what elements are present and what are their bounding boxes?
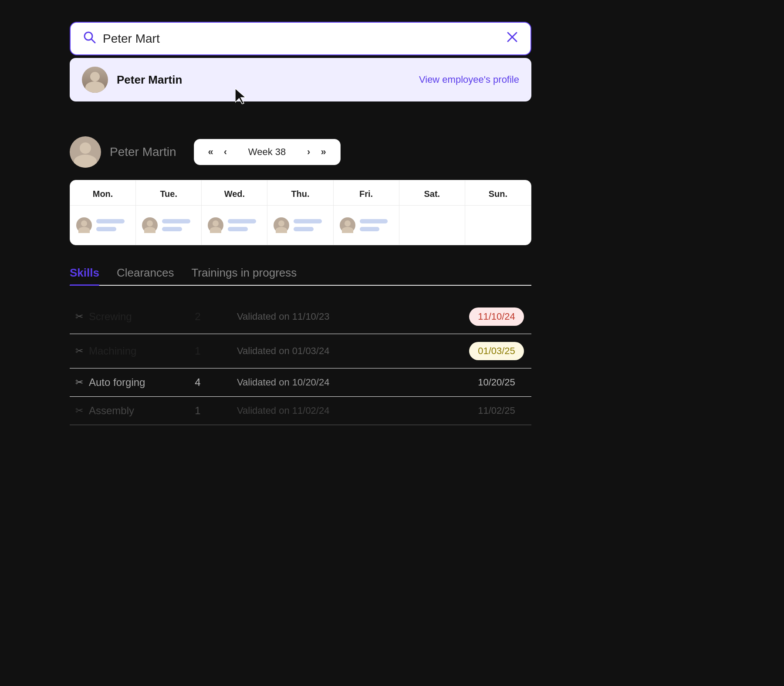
skill-expiry-machining: 01/03/25 <box>462 342 531 360</box>
search-icon <box>83 30 96 47</box>
skill-row-assembly: ✂ Assembly 1 Validated on 11/02/24 11/02… <box>70 397 531 425</box>
cal-day-tue-header: Tue. <box>136 180 201 206</box>
week-first-btn[interactable]: « <box>203 145 219 159</box>
skill-icon-col: ✂ <box>70 377 89 388</box>
cal-day-sat: Sat. <box>399 180 465 245</box>
skill-validated-autoforging: Validated on 10/20/24 <box>211 377 462 388</box>
skill-name-screwing: Screwing <box>89 311 185 323</box>
cal-day-sun-header: Sun. <box>465 180 531 206</box>
profile-name: Peter Martin <box>110 145 176 159</box>
week-prev-btn[interactable]: ‹ <box>219 145 232 159</box>
cal-day-mon: Mon. <box>70 180 136 245</box>
skill-level-assembly: 1 <box>185 405 211 417</box>
result-left: Peter Martin <box>82 67 182 93</box>
cal-lines-mon <box>96 219 129 231</box>
cal-line <box>162 219 190 223</box>
search-input[interactable] <box>103 32 499 46</box>
skill-expiry-screwing: 11/10/24 <box>462 308 531 326</box>
cal-line <box>96 219 125 223</box>
week-navigator: « ‹ Week 38 › » <box>194 139 341 165</box>
svg-marker-4 <box>235 88 246 104</box>
tabs-row: Skills Clearances Trainings in progress <box>70 266 531 286</box>
skill-level-machining: 1 <box>185 345 211 357</box>
cal-line <box>294 227 314 231</box>
profile-row: Peter Martin « ‹ Week 38 › » <box>70 136 531 168</box>
cal-day-wed-body <box>202 206 267 245</box>
week-last-btn[interactable]: » <box>315 145 331 159</box>
skill-level-autoforging: 4 <box>185 376 211 389</box>
skill-icon-col: ✂ <box>70 311 89 322</box>
skill-name-machining: Machining <box>89 345 185 357</box>
skill-icon-machining: ✂ <box>75 345 83 357</box>
expiry-plain-assembly: 11/02/25 <box>478 405 515 416</box>
view-profile-link[interactable]: View employee's profile <box>419 74 519 85</box>
cal-avatar-mon <box>76 217 92 233</box>
expiry-plain-autoforging: 10/20/25 <box>478 377 515 388</box>
cal-line <box>294 219 322 223</box>
skill-expiry-assembly: 11/02/25 <box>462 405 531 416</box>
skill-icon-col: ✂ <box>70 405 89 416</box>
cal-line <box>360 227 380 231</box>
skill-level-screwing: 2 <box>185 311 211 323</box>
cal-day-fri: Fri. <box>334 180 399 245</box>
skills-table: ✂ Screwing 2 Validated on 11/10/23 11/10… <box>70 300 531 425</box>
cal-line <box>228 227 248 231</box>
cal-day-sat-body <box>399 206 465 245</box>
cal-day-wed-header: Wed. <box>202 180 267 206</box>
skill-row-screwing: ✂ Screwing 2 Validated on 11/10/23 11/10… <box>70 300 531 334</box>
cal-lines-fri <box>360 219 393 231</box>
svg-line-1 <box>91 39 95 43</box>
result-name: Peter Martin <box>117 73 182 87</box>
cal-day-thu-header: Thu. <box>267 180 333 206</box>
week-label: Week 38 <box>232 146 302 158</box>
skill-validated-screwing: Validated on 11/10/23 <box>211 311 462 322</box>
skill-name-autoforging: Auto forging <box>89 376 185 389</box>
cal-day-sun: Sun. <box>465 180 531 245</box>
cal-day-thu-body <box>267 206 333 245</box>
skill-validated-assembly: Validated on 11/02/24 <box>211 405 462 416</box>
cal-line <box>162 227 182 231</box>
cal-day-fri-body <box>334 206 399 245</box>
week-next-btn[interactable]: › <box>302 145 315 159</box>
skill-validated-machining: Validated on 01/03/24 <box>211 345 462 357</box>
result-avatar <box>82 67 108 93</box>
cal-avatar-wed <box>208 217 223 233</box>
tab-clearances[interactable]: Clearances <box>117 266 174 285</box>
tabs-section: Skills Clearances Trainings in progress … <box>70 266 531 425</box>
tab-skills[interactable]: Skills <box>70 266 99 285</box>
calendar-grid: Mon. Tue. Wed. <box>70 180 531 245</box>
expiry-badge-screwing: 11/10/24 <box>469 308 524 326</box>
cursor-arrow <box>235 88 247 104</box>
skill-icon-screwing: ✂ <box>75 311 83 322</box>
cal-day-mon-header: Mon. <box>70 180 135 206</box>
search-bar <box>70 22 531 55</box>
cal-line <box>96 227 116 231</box>
cal-avatar-fri <box>340 217 355 233</box>
search-result-dropdown: Peter Martin View employee's profile <box>70 58 531 101</box>
skill-name-assembly: Assembly <box>89 405 185 417</box>
skill-icon-assembly: ✂ <box>75 405 83 416</box>
cal-lines-thu <box>294 219 327 231</box>
cal-day-tue-body <box>136 206 201 245</box>
profile-avatar <box>70 136 101 168</box>
cal-day-fri-header: Fri. <box>334 180 399 206</box>
skill-row-autoforging: ✂ Auto forging 4 Validated on 10/20/24 1… <box>70 368 531 397</box>
cal-day-thu: Thu. <box>267 180 333 245</box>
search-clear-button[interactable] <box>506 31 518 46</box>
cal-line <box>228 219 256 223</box>
cal-day-wed: Wed. <box>202 180 267 245</box>
skill-expiry-autoforging: 10/20/25 <box>462 377 531 388</box>
cal-line <box>360 219 388 223</box>
cal-day-sun-body <box>465 206 531 245</box>
cal-day-tue: Tue. <box>136 180 202 245</box>
skill-row-machining: ✂ Machining 1 Validated on 01/03/24 01/0… <box>70 334 531 368</box>
skill-icon-autoforging: ✂ <box>75 377 83 388</box>
expiry-badge-machining: 01/03/25 <box>469 342 524 360</box>
tab-trainings[interactable]: Trainings in progress <box>191 266 297 285</box>
cal-day-mon-body <box>70 206 135 245</box>
cal-avatar-thu <box>274 217 289 233</box>
skill-icon-col: ✂ <box>70 345 89 357</box>
cal-avatar-tue <box>142 217 158 233</box>
cal-lines-tue <box>162 219 195 231</box>
cal-lines-wed <box>228 219 261 231</box>
